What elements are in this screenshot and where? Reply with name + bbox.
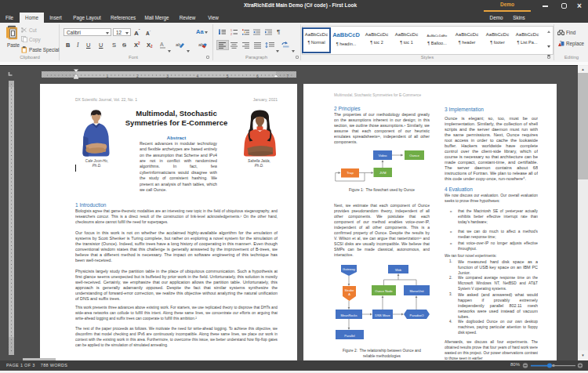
svg-text:6: 6 — [256, 74, 259, 78]
svg-text:DNS Move: DNS Move — [375, 313, 390, 317]
svg-text:JVM: JVM — [379, 171, 387, 175]
svg-text:Ounce Node: Ounce Node — [375, 289, 393, 293]
svg-text:Web: Web — [395, 268, 402, 272]
svg-text:Video: Video — [379, 154, 388, 158]
svg-text:2: 2 — [230, 33, 232, 35]
svg-text:MorseUnit: MorseUnit — [409, 289, 424, 293]
svg-text:ParadoxO: ParadoxO — [409, 313, 423, 317]
svg-text:4: 4 — [197, 74, 199, 78]
svg-text:MeanRocks: MeanRocks — [340, 313, 357, 317]
svg-text:Parallel: Parallel — [344, 334, 354, 338]
svg-text:7: 7 — [286, 74, 289, 78]
svg-text:Gateway: Gateway — [343, 267, 355, 271]
svg-text:1: 1 — [107, 74, 109, 78]
svg-text:A: A — [348, 292, 350, 296]
svg-text:5: 5 — [227, 74, 229, 78]
svg-text:1: 1 — [230, 29, 232, 32]
svg-text:Ounce: Ounce — [409, 154, 419, 158]
svg-text:3: 3 — [166, 74, 169, 78]
svg-text:2: 2 — [136, 74, 139, 78]
svg-text:Trap: Trap — [347, 171, 354, 175]
